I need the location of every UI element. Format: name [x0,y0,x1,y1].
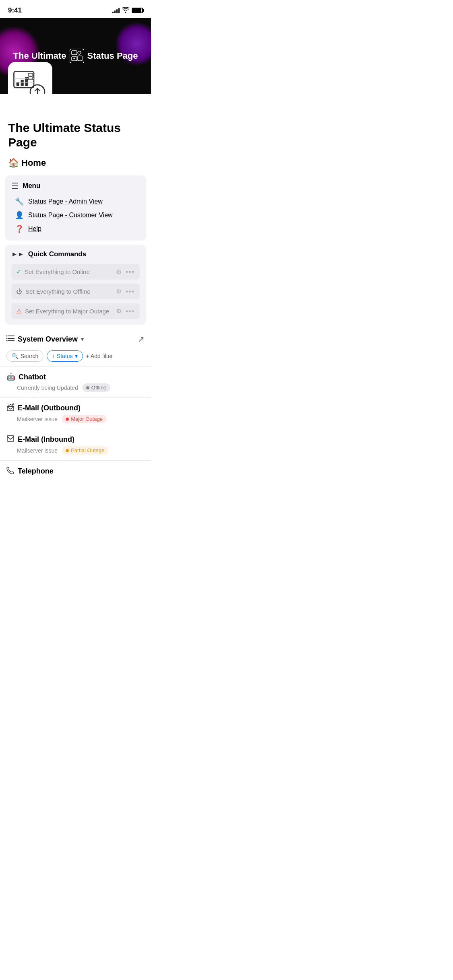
hero-content: The Ultimate Status Page [13,49,138,63]
search-filter-label: Search [21,353,38,359]
chatbot-name-row: 🤖 Chatbot [6,373,145,381]
system-overview-header: System Overview ▾ ↗ [0,329,151,348]
add-filter-label: + Add filter [86,353,113,359]
telephone-name-row: Telephone [6,466,145,476]
menu-item-customer-label: Status Page - Customer View [28,212,113,219]
service-item-telephone[interactable]: Telephone [0,460,151,484]
more-icon-offline[interactable]: ••• [126,288,135,295]
email-inbound-icon [6,435,14,444]
status-filter-label: Status [57,353,73,359]
qc-item-online[interactable]: ✓ Set Everything to Online ⚙ ••• [11,264,140,280]
question-icon: ❓ [14,224,24,233]
menu-item-customer[interactable]: 👤 Status Page - Customer View [14,209,140,221]
chatbot-name: Chatbot [19,373,46,381]
menu-item-admin[interactable]: 🔧 Status Page - Admin View [14,196,140,208]
chevron-down-icon[interactable]: ▾ [81,336,84,342]
email-inbound-status-badge: Partial Outage [62,446,108,455]
svg-rect-27 [7,436,14,441]
email-outbound-detail: Mailserver issue [17,416,58,422]
svg-rect-4 [78,56,82,61]
wifi-icon [122,7,129,14]
email-inbound-name: E-Mail (Inbound) [18,435,74,444]
email-inbound-name-row: E-Mail (Inbound) [6,435,145,444]
menu-items: 🔧 Status Page - Admin View 👤 Status Page… [11,196,140,235]
svg-rect-2 [72,51,77,55]
play-icon: ►► [11,251,24,258]
list-icon [6,335,14,344]
person-icon: 👤 [14,211,24,220]
qc-item-online-left: ✓ Set Everything to Online [16,268,90,276]
qc-title: Quick Commands [28,250,87,258]
email-inbound-detail: Mailserver issue [17,447,58,454]
qc-item-major-left: ⚠ Set Everything to Major Outage [16,307,109,315]
service-item-email-inbound[interactable]: E-Mail (Inbound) Mailserver issue Partia… [0,429,151,460]
chatbot-detail-row: Currently being Updated Offline [6,383,145,392]
qc-header: ►► Quick Commands [11,250,140,258]
email-outbound-status-label: Major Outage [71,416,103,422]
qc-item-offline-actions: ⚙ ••• [116,288,135,295]
email-inbound-status-label: Partial Outage [71,447,104,453]
hero-logo-big [8,62,52,94]
svg-rect-10 [25,77,28,86]
menu-card: ☰ Menu 🔧 Status Page - Admin View 👤 Stat… [5,175,146,241]
svg-rect-9 [21,80,24,86]
svg-point-23 [6,340,8,341]
warning-icon: ⚠ [16,307,22,315]
hero-big-logo-icon [12,66,48,94]
svg-point-21 [6,335,8,336]
search-icon: 🔍 [12,353,19,359]
gear-icon-offline[interactable]: ⚙ [116,288,122,295]
svg-rect-13 [29,73,33,76]
hero-logo-small-icon [70,49,84,63]
hamburger-icon: ☰ [11,181,19,191]
status-filter-button[interactable]: ↑ Status ▾ [47,350,83,362]
status-bar: 9:41 [0,0,151,18]
wrench-icon: 🔧 [14,197,24,206]
hero-title1: The Ultimate [13,51,66,61]
svg-rect-14 [29,77,33,80]
menu-title: Menu [23,182,40,190]
email-outbound-name-row: E-Mail (Outbound) [6,404,145,413]
battery-icon [132,8,143,13]
qc-item-major[interactable]: ⚠ Set Everything to Major Outage ⚙ ••• [11,303,140,319]
qc-offline-label: Set Everything to Offline [25,288,90,295]
service-item-email-outbound[interactable]: E-Mail (Outbound) Mailserver issue Major… [0,397,151,429]
quick-commands-card: ►► Quick Commands ✓ Set Everything to On… [5,245,146,325]
status-time: 9:41 [8,6,22,14]
qc-items: ✓ Set Everything to Online ⚙ ••• ⏻ Set E… [11,264,140,319]
home-emoji: 🏠 [8,158,19,168]
qc-item-major-actions: ⚙ ••• [116,307,135,315]
email-outbound-status-dot [66,418,69,421]
menu-item-admin-label: Status Page - Admin View [28,198,103,205]
hero-title-row: The Ultimate Status Page [13,49,138,63]
email-outbound-name: E-Mail (Outbound) [18,404,81,412]
home-section: 🏠 Home [0,153,151,171]
svg-point-22 [6,338,8,339]
system-overview-left: System Overview ▾ [6,335,84,344]
qc-major-label: Set Everything to Major Outage [25,308,109,315]
menu-header: ☰ Menu [11,181,140,191]
page-title: The Ultimate Status Page [8,121,143,150]
status-icons [112,7,143,14]
email-outbound-detail-row: Mailserver issue Major Outage [6,415,145,423]
qc-item-offline[interactable]: ⏻ Set Everything to Offline ⚙ ••• [11,284,140,299]
page-content: The Ultimate Status Page 🏠 Home ☰ Menu 🔧… [0,114,151,484]
check-icon: ✓ [16,268,21,276]
email-inbound-detail-row: Mailserver issue Partial Outage [6,446,145,455]
gear-icon-major[interactable]: ⚙ [116,307,122,315]
search-filter-button[interactable]: 🔍 Search [6,350,43,362]
telephone-name: Telephone [18,467,54,476]
qc-item-online-actions: ⚙ ••• [116,268,135,276]
hero-banner: The Ultimate Status Page [0,18,151,94]
more-icon-major[interactable]: ••• [126,308,135,315]
gear-icon-online[interactable]: ⚙ [116,268,122,276]
chatbot-status-dot [86,386,89,389]
email-outbound-icon [6,404,14,413]
chatbot-detail: Currently being Updated [17,385,78,391]
telephone-icon [6,466,14,476]
more-icon-online[interactable]: ••• [126,268,135,276]
service-item-chatbot[interactable]: 🤖 Chatbot Currently being Updated Offlin… [0,366,151,397]
menu-item-help[interactable]: ❓ Help [14,223,140,235]
add-filter-button[interactable]: + Add filter [86,353,113,359]
expand-icon[interactable]: ↗ [138,334,145,344]
